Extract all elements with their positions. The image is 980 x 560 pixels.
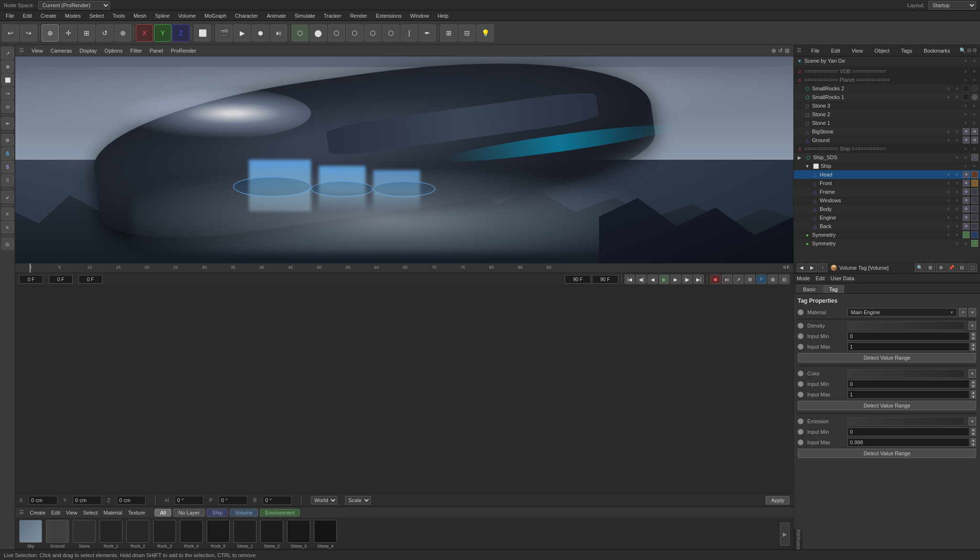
- filter-volume[interactable]: Volume: [230, 509, 258, 516]
- menu-character[interactable]: Character: [231, 12, 262, 20]
- object-tree[interactable]: ▼ Scene by Yan Ge ○ ○ ⚠ =========== VDB …: [794, 56, 980, 262]
- menu-tools[interactable]: Tools: [109, 12, 129, 20]
- menu-select[interactable]: Select: [86, 12, 108, 20]
- mat-stone1[interactable]: Stone_1: [234, 520, 256, 549]
- viewport-fullscreen-btn[interactable]: ⊞: [785, 47, 790, 54]
- planet-render[interactable]: ○: [970, 76, 978, 84]
- timeline-tracks[interactable]: [15, 286, 793, 494]
- attrs-extra2[interactable]: ⬚: [968, 264, 977, 272]
- attrs-tab-tag[interactable]: Tag: [823, 285, 844, 293]
- texture-btn[interactable]: ⬤: [310, 24, 327, 42]
- redo-btn[interactable]: ↪: [20, 24, 37, 42]
- auto-key-btn[interactable]: ⏯: [722, 275, 732, 284]
- go-end-btn[interactable]: ▶|: [693, 275, 704, 284]
- attrs-back-btn[interactable]: ◀: [797, 264, 806, 272]
- node-space-select[interactable]: Current (ProRender): [38, 1, 110, 10]
- emission-dropdown-btn[interactable]: ▼: [969, 417, 976, 426]
- mat-select-btn[interactable]: Select: [83, 510, 98, 516]
- ship-vis[interactable]: ○: [962, 162, 969, 170]
- coord-p-input[interactable]: [219, 496, 247, 505]
- menu-volume[interactable]: Volume: [175, 12, 200, 20]
- color-inputmax-down[interactable]: ▼: [970, 395, 976, 399]
- tool-s[interactable]: S: [1, 147, 14, 160]
- ship-parent-arrow[interactable]: ▼: [803, 162, 811, 170]
- em-inputmin-up[interactable]: ▲: [970, 428, 976, 432]
- axis-z-btn[interactable]: Z: [172, 24, 189, 42]
- menu-mesh[interactable]: Mesh: [130, 12, 150, 20]
- prev-key-btn[interactable]: ◀|: [636, 275, 646, 284]
- bs-vis[interactable]: ○: [945, 128, 952, 135]
- viewport-display-menu[interactable]: Display: [79, 48, 97, 54]
- tool-knife[interactable]: ⚙: [1, 134, 14, 146]
- prop-material-link-btn[interactable]: ↗: [959, 308, 967, 317]
- mat-rock4[interactable]: Rock_4: [180, 520, 203, 549]
- detect-range-btn-2[interactable]: Detect Value Range: [798, 401, 976, 410]
- color-inputmax-up[interactable]: ▲: [970, 390, 976, 395]
- detect-range-btn-1[interactable]: Detect Value Range: [798, 353, 976, 362]
- inputmax-input[interactable]: [847, 342, 969, 351]
- attrs-menu-edit[interactable]: Edit: [816, 275, 825, 281]
- axis-y-btn[interactable]: Y: [154, 24, 171, 42]
- tree-scene-root[interactable]: ▼ Scene by Yan Ge ○ ○: [794, 56, 980, 65]
- select-tool-btn[interactable]: ⊕: [42, 24, 59, 42]
- transform-tool-btn[interactable]: ⊗: [114, 24, 132, 42]
- inputmax-down[interactable]: ▼: [970, 347, 976, 351]
- mat-stone[interactable]: Stone: [73, 520, 96, 549]
- s1-render[interactable]: ○: [970, 119, 978, 127]
- obj-tab-tags[interactable]: Tags: [897, 47, 916, 55]
- color-inputmin-down[interactable]: ▼: [970, 384, 976, 388]
- tree-windows[interactable]: △ Windows ○ ○ ⚙: [794, 196, 980, 205]
- menu-file[interactable]: File: [2, 12, 18, 20]
- keyframe-btn[interactable]: 🎬: [215, 24, 233, 42]
- s2-render[interactable]: ○: [970, 110, 978, 118]
- sr2-render[interactable]: ○: [953, 85, 961, 92]
- back-render[interactable]: ○: [953, 222, 961, 230]
- back-vis[interactable]: ○: [945, 222, 952, 230]
- mat-rock5[interactable]: Rock_5: [207, 520, 230, 549]
- attrs-pin-btn[interactable]: 📌: [947, 264, 956, 272]
- obj-tab-bookmarks[interactable]: Bookmarks: [920, 47, 954, 55]
- em-inputmin-input[interactable]: [847, 428, 969, 436]
- end-frame-input[interactable]: [565, 275, 591, 284]
- vdb-vis[interactable]: ○: [962, 67, 969, 75]
- viewport-panel-menu[interactable]: Panel: [150, 48, 163, 54]
- em-inputmax-up[interactable]: ▲: [970, 438, 976, 442]
- view-btn5[interactable]: |: [401, 24, 418, 42]
- attrs-expand-btn[interactable]: ⊞: [925, 264, 935, 272]
- play-btn[interactable]: ▶: [234, 24, 251, 42]
- current-frame-2-input[interactable]: [78, 275, 102, 284]
- viewport-cameras-menu[interactable]: Cameras: [51, 48, 72, 54]
- s3-render[interactable]: ○: [970, 102, 978, 110]
- tree-planet-sep[interactable]: ⚠ =========== Planet =========== ○ ○: [794, 76, 980, 84]
- attrs-menu-mode[interactable]: Mode: [797, 275, 810, 281]
- view-btn4[interactable]: ⬡: [382, 24, 400, 42]
- tree-symmetry2[interactable]: ● Symmetry ○ ○ ✓: [794, 239, 980, 248]
- coord-h-input[interactable]: [175, 496, 203, 505]
- tree-stone3[interactable]: ◻ Stone 3 ○ ○: [794, 101, 980, 110]
- tree-frame[interactable]: △ Frame ○ ○ ⚙: [794, 187, 980, 196]
- tree-smallrocks2[interactable]: ⬡ SmallRocks 2 ○ ○: [794, 84, 980, 93]
- frame-vis[interactable]: ○: [945, 188, 952, 196]
- tree-ship-sep[interactable]: ⚠ =========== Ship =========== ○ ○: [794, 144, 980, 153]
- head-render[interactable]: ○: [953, 171, 961, 178]
- tree-bigstone[interactable]: △ BigStone ○ ○ ⚙ ⊞: [794, 127, 980, 136]
- tool-move[interactable]: ↗: [1, 47, 14, 59]
- auto-key-btn[interactable]: ⏯: [270, 24, 287, 42]
- tree-ship-parent[interactable]: ▼ ⬜ Ship ○ ○: [794, 162, 980, 170]
- s1-vis[interactable]: ○: [962, 119, 969, 127]
- materials-scroll-right[interactable]: ▶: [780, 523, 790, 546]
- mat-view-btn[interactable]: View: [66, 510, 78, 516]
- tree-symmetry1[interactable]: ● Symmetry ○ ○ ✓: [794, 231, 980, 239]
- inputmin-input[interactable]: [847, 332, 969, 340]
- em-inputmax-input[interactable]: [847, 438, 969, 447]
- ship-sep-vis[interactable]: ○: [962, 145, 969, 153]
- perspective-btn[interactable]: ⬡: [291, 24, 309, 42]
- inputmax-up[interactable]: ▲: [970, 342, 976, 347]
- sr1-render[interactable]: ○: [953, 93, 961, 101]
- scale-select[interactable]: Scale: [345, 496, 371, 505]
- obj-tab-file[interactable]: File: [807, 47, 824, 55]
- tree-ship-sds[interactable]: ▶ ⬡ Ship_SDS ○ ○ ✓: [794, 153, 980, 162]
- view-btn3[interactable]: ⬡: [364, 24, 381, 42]
- shading-btn[interactable]: ⬡: [328, 24, 345, 42]
- frame-render[interactable]: ○: [953, 188, 961, 196]
